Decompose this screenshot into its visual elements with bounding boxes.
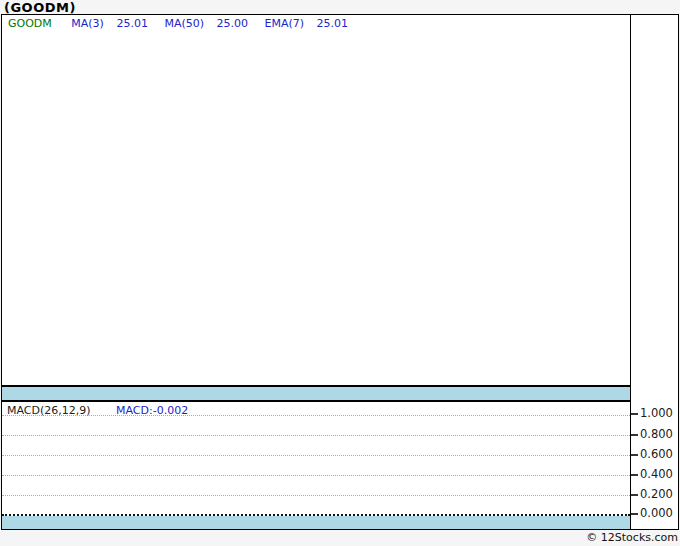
macd-axis-label: 0.200 <box>640 487 673 501</box>
macd-indicator-label: MACD(26,12,9) <box>7 404 91 417</box>
macd-axis-label: 1.000 <box>640 406 673 420</box>
macd-gridline <box>2 475 630 476</box>
macd-axis-label: 0.400 <box>640 467 673 481</box>
copyright-text: © 12Stocks.com <box>586 531 678 544</box>
macd-value-label: MACD:-0.002 <box>116 404 188 417</box>
price-plot-area <box>2 15 630 385</box>
macd-gridline <box>2 455 630 456</box>
macd-axis-label: 0.600 <box>640 447 673 461</box>
page-title: (GOODM) <box>4 0 76 15</box>
axis-tick <box>631 454 638 456</box>
axis-tick <box>631 434 638 436</box>
chart-frame: GOODM MA(3) 25.01 MA(50) 25.00 EMA(7) 25… <box>1 14 679 530</box>
macd-y-axis: 1.000 0.800 0.600 0.400 0.200 0.000 <box>630 15 678 529</box>
macd-axis-label: 0.800 <box>640 427 673 441</box>
macd-gridline <box>2 435 630 436</box>
macd-gridline <box>2 495 630 496</box>
bottom-band <box>2 516 630 529</box>
macd-legend: MACD(26,12,9) MACD:-0.002 <box>7 404 188 417</box>
macd-zero-line <box>2 514 630 516</box>
axis-tick <box>631 513 638 515</box>
separator-band <box>2 385 630 402</box>
axis-tick <box>631 494 638 496</box>
axis-tick <box>631 413 638 415</box>
macd-axis-label: 0.000 <box>640 506 673 520</box>
axis-tick <box>631 474 638 476</box>
